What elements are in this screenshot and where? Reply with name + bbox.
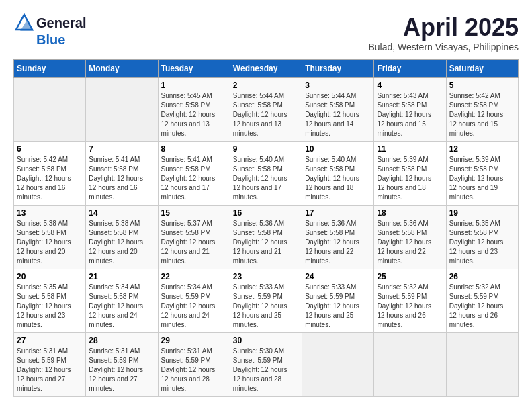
- day-number: 2: [233, 81, 299, 90]
- day-number: 28: [89, 336, 154, 345]
- calendar-cell: [374, 333, 446, 397]
- calendar-cell: 4Sunrise: 5:43 AMSunset: 5:58 PMDaylight…: [374, 78, 446, 142]
- calendar-week-row: 6Sunrise: 5:42 AMSunset: 5:58 PMDaylight…: [14, 142, 519, 205]
- day-info: Sunrise: 5:33 AMSunset: 5:59 PMDaylight:…: [233, 283, 299, 330]
- calendar-cell: 13Sunrise: 5:38 AMSunset: 5:58 PMDayligh…: [14, 205, 86, 269]
- weekday-header: Thursday: [302, 60, 374, 78]
- calendar-cell: 22Sunrise: 5:34 AMSunset: 5:59 PMDayligh…: [158, 269, 230, 333]
- calendar-cell: 6Sunrise: 5:42 AMSunset: 5:58 PMDaylight…: [14, 142, 86, 205]
- day-info: Sunrise: 5:30 AMSunset: 5:59 PMDaylight:…: [233, 347, 299, 394]
- calendar-cell: 17Sunrise: 5:36 AMSunset: 5:58 PMDayligh…: [302, 205, 374, 269]
- day-number: 18: [377, 208, 443, 218]
- day-number: 13: [17, 208, 83, 218]
- day-info: Sunrise: 5:31 AMSunset: 5:59 PMDaylight:…: [17, 347, 83, 394]
- logo-general: General: [36, 15, 86, 31]
- day-info: Sunrise: 5:41 AMSunset: 5:58 PMDaylight:…: [161, 155, 227, 202]
- calendar-header-row: SundayMondayTuesdayWednesdayThursdayFrid…: [14, 60, 519, 78]
- day-number: 5: [449, 81, 515, 90]
- calendar-cell: [14, 78, 86, 142]
- day-info: Sunrise: 5:31 AMSunset: 5:59 PMDaylight:…: [161, 347, 227, 394]
- day-info: Sunrise: 5:39 AMSunset: 5:58 PMDaylight:…: [449, 155, 515, 202]
- day-info: Sunrise: 5:34 AMSunset: 5:59 PMDaylight:…: [161, 283, 227, 330]
- calendar-cell: 20Sunrise: 5:35 AMSunset: 5:58 PMDayligh…: [14, 269, 86, 333]
- month-title: April 2025: [368, 13, 519, 42]
- day-info: Sunrise: 5:33 AMSunset: 5:59 PMDaylight:…: [305, 283, 371, 330]
- day-number: 25: [377, 272, 443, 281]
- day-info: Sunrise: 5:32 AMSunset: 5:59 PMDaylight:…: [377, 283, 443, 330]
- day-info: Sunrise: 5:41 AMSunset: 5:58 PMDaylight:…: [89, 155, 154, 202]
- weekday-header: Wednesday: [230, 60, 302, 78]
- calendar-cell: 18Sunrise: 5:36 AMSunset: 5:58 PMDayligh…: [374, 205, 446, 269]
- day-info: Sunrise: 5:44 AMSunset: 5:58 PMDaylight:…: [233, 91, 299, 138]
- calendar-cell: 23Sunrise: 5:33 AMSunset: 5:59 PMDayligh…: [230, 269, 302, 333]
- calendar-cell: 29Sunrise: 5:31 AMSunset: 5:59 PMDayligh…: [158, 333, 230, 397]
- day-info: Sunrise: 5:40 AMSunset: 5:58 PMDaylight:…: [233, 155, 299, 202]
- day-number: 21: [89, 272, 154, 281]
- day-number: 14: [89, 208, 154, 218]
- calendar-cell: 26Sunrise: 5:32 AMSunset: 5:59 PMDayligh…: [446, 269, 518, 333]
- calendar-cell: 24Sunrise: 5:33 AMSunset: 5:59 PMDayligh…: [302, 269, 374, 333]
- title-block: April 2025 Bulad, Western Visayas, Phili…: [368, 13, 519, 52]
- logo: General Blue: [13, 13, 86, 48]
- weekday-header: Saturday: [446, 60, 518, 78]
- page-header: General Blue April 2025 Bulad, Western V…: [13, 13, 519, 52]
- calendar-week-row: 27Sunrise: 5:31 AMSunset: 5:59 PMDayligh…: [14, 333, 519, 397]
- calendar-cell: [302, 333, 374, 397]
- day-info: Sunrise: 5:38 AMSunset: 5:58 PMDaylight:…: [17, 219, 83, 266]
- day-number: 26: [449, 272, 515, 281]
- weekday-header: Friday: [374, 60, 446, 78]
- day-info: Sunrise: 5:44 AMSunset: 5:58 PMDaylight:…: [305, 91, 371, 138]
- day-number: 19: [449, 208, 515, 218]
- day-number: 6: [17, 144, 83, 154]
- day-number: 4: [377, 81, 443, 90]
- day-number: 1: [161, 81, 227, 90]
- day-number: 24: [305, 272, 371, 281]
- day-info: Sunrise: 5:36 AMSunset: 5:58 PMDaylight:…: [377, 219, 443, 266]
- day-number: 23: [233, 272, 299, 281]
- day-number: 7: [89, 144, 154, 154]
- day-number: 3: [305, 81, 371, 90]
- day-info: Sunrise: 5:36 AMSunset: 5:58 PMDaylight:…: [305, 219, 371, 266]
- day-info: Sunrise: 5:31 AMSunset: 5:59 PMDaylight:…: [89, 347, 154, 394]
- logo-icon: [13, 13, 35, 32]
- calendar-cell: 30Sunrise: 5:30 AMSunset: 5:59 PMDayligh…: [230, 333, 302, 397]
- calendar-cell: 7Sunrise: 5:41 AMSunset: 5:58 PMDaylight…: [86, 142, 158, 205]
- day-number: 8: [161, 144, 227, 154]
- calendar-cell: 10Sunrise: 5:40 AMSunset: 5:58 PMDayligh…: [302, 142, 374, 205]
- day-number: 12: [449, 144, 515, 154]
- calendar-cell: 5Sunrise: 5:42 AMSunset: 5:58 PMDaylight…: [446, 78, 518, 142]
- day-number: 22: [161, 272, 227, 281]
- weekday-header: Sunday: [14, 60, 86, 78]
- day-number: 16: [233, 208, 299, 218]
- day-info: Sunrise: 5:39 AMSunset: 5:58 PMDaylight:…: [377, 155, 443, 202]
- calendar-cell: 3Sunrise: 5:44 AMSunset: 5:58 PMDaylight…: [302, 78, 374, 142]
- day-number: 10: [305, 144, 371, 154]
- day-info: Sunrise: 5:37 AMSunset: 5:58 PMDaylight:…: [161, 219, 227, 266]
- calendar-cell: 25Sunrise: 5:32 AMSunset: 5:59 PMDayligh…: [374, 269, 446, 333]
- day-number: 20: [17, 272, 83, 281]
- day-number: 9: [233, 144, 299, 154]
- calendar-week-row: 20Sunrise: 5:35 AMSunset: 5:58 PMDayligh…: [14, 269, 519, 333]
- day-info: Sunrise: 5:34 AMSunset: 5:58 PMDaylight:…: [89, 283, 154, 330]
- day-info: Sunrise: 5:42 AMSunset: 5:58 PMDaylight:…: [449, 91, 515, 138]
- day-number: 30: [233, 336, 299, 345]
- logo-blue: Blue: [36, 32, 65, 48]
- day-number: 29: [161, 336, 227, 345]
- calendar-cell: [86, 78, 158, 142]
- svg-marker-1: [20, 20, 34, 31]
- calendar-cell: 28Sunrise: 5:31 AMSunset: 5:59 PMDayligh…: [86, 333, 158, 397]
- calendar-cell: [446, 333, 518, 397]
- day-info: Sunrise: 5:32 AMSunset: 5:59 PMDaylight:…: [449, 283, 515, 330]
- day-info: Sunrise: 5:45 AMSunset: 5:58 PMDaylight:…: [161, 91, 227, 138]
- weekday-header: Tuesday: [158, 60, 230, 78]
- calendar-cell: 19Sunrise: 5:35 AMSunset: 5:58 PMDayligh…: [446, 205, 518, 269]
- day-info: Sunrise: 5:35 AMSunset: 5:58 PMDaylight:…: [17, 283, 83, 330]
- calendar-cell: 12Sunrise: 5:39 AMSunset: 5:58 PMDayligh…: [446, 142, 518, 205]
- calendar-cell: 9Sunrise: 5:40 AMSunset: 5:58 PMDaylight…: [230, 142, 302, 205]
- day-number: 15: [161, 208, 227, 218]
- calendar-week-row: 1Sunrise: 5:45 AMSunset: 5:58 PMDaylight…: [14, 78, 519, 142]
- day-info: Sunrise: 5:40 AMSunset: 5:58 PMDaylight:…: [305, 155, 371, 202]
- calendar-cell: 11Sunrise: 5:39 AMSunset: 5:58 PMDayligh…: [374, 142, 446, 205]
- calendar-body: 1Sunrise: 5:45 AMSunset: 5:58 PMDaylight…: [14, 78, 519, 397]
- day-number: 17: [305, 208, 371, 218]
